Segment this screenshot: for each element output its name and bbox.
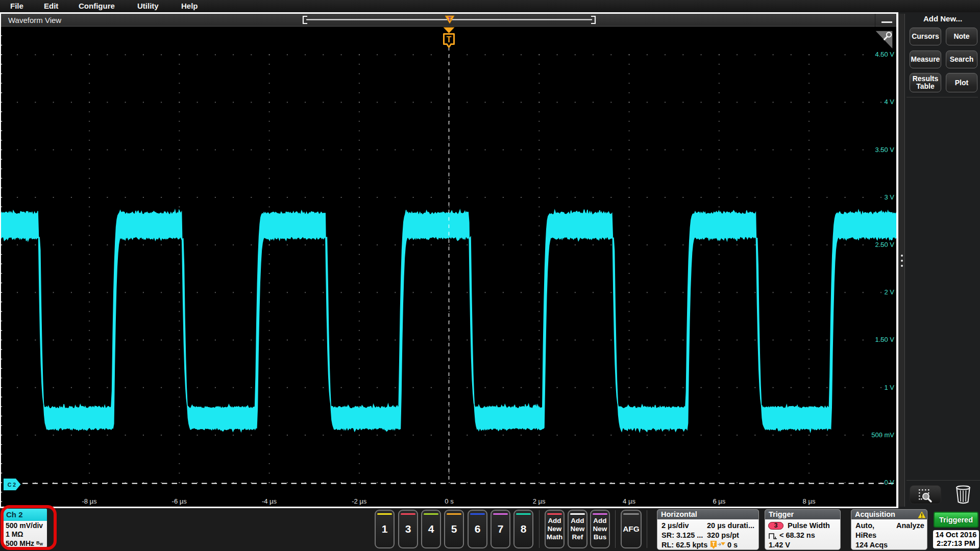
svg-text:1 V: 1 V — [884, 384, 894, 391]
svg-text:C 2: C 2 — [8, 482, 16, 488]
svg-text:2 V: 2 V — [884, 288, 894, 296]
svg-text:500 mV: 500 mV — [871, 431, 894, 439]
svg-text:4 V: 4 V — [884, 98, 894, 106]
svg-text:T: T — [712, 541, 715, 547]
svg-text:0 s: 0 s — [445, 497, 454, 505]
svg-text:-6 µs: -6 µs — [172, 497, 187, 505]
svg-text:4.50 V: 4.50 V — [875, 51, 894, 58]
svg-text:-4 µs: -4 µs — [262, 497, 277, 505]
svg-text:8 µs: 8 µs — [803, 497, 816, 505]
svg-text:3.50 V: 3.50 V — [875, 146, 894, 154]
svg-text:2 µs: 2 µs — [533, 497, 546, 505]
svg-text:T: T — [448, 16, 452, 22]
svg-text:3 V: 3 V — [884, 193, 894, 201]
svg-text:4 µs: 4 µs — [623, 497, 635, 505]
svg-text:T: T — [447, 35, 452, 44]
svg-text:1.50 V: 1.50 V — [875, 336, 894, 343]
svg-text:0 V: 0 V — [884, 479, 894, 486]
svg-text:-2 µs: -2 µs — [352, 497, 367, 505]
svg-text:-8 µs: -8 µs — [82, 497, 97, 505]
svg-text:2.50 V: 2.50 V — [875, 241, 894, 248]
svg-text:6 µs: 6 µs — [713, 497, 725, 505]
